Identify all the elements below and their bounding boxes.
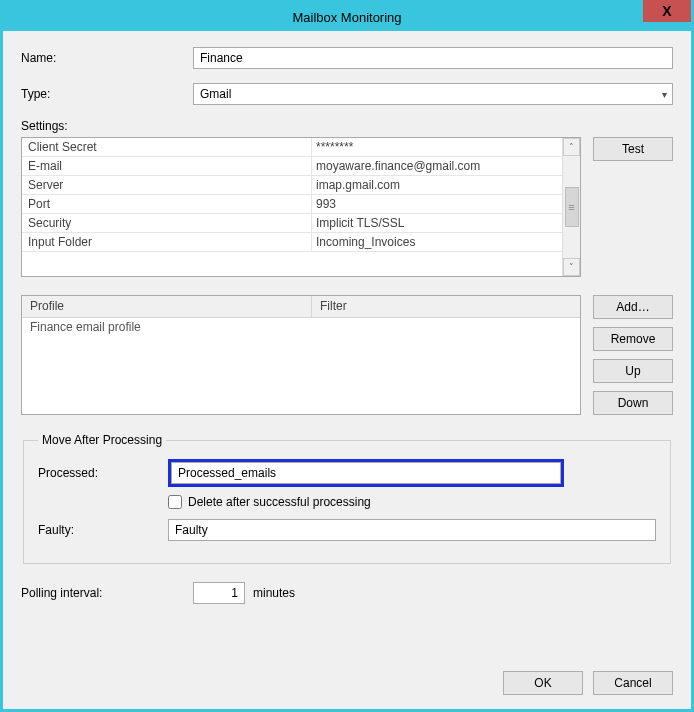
type-label: Type: bbox=[21, 87, 193, 101]
type-row: Type: Gmail ▾ bbox=[21, 83, 673, 105]
scroll-thumb[interactable]: ≡ bbox=[565, 187, 579, 227]
dialog-window: Mailbox Monitoring X Name: Type: Gmail ▾… bbox=[0, 0, 694, 712]
settings-key: Input Folder bbox=[22, 233, 312, 251]
delete-checkbox[interactable] bbox=[168, 495, 182, 509]
processed-row: Processed: bbox=[38, 459, 656, 487]
down-button[interactable]: Down bbox=[593, 391, 673, 415]
settings-key: Server bbox=[22, 176, 312, 194]
window-title: Mailbox Monitoring bbox=[292, 10, 401, 25]
settings-key: Port bbox=[22, 195, 312, 213]
cancel-button[interactable]: Cancel bbox=[593, 671, 673, 695]
delete-row: Delete after successful processing bbox=[168, 495, 656, 509]
profiles-grid[interactable]: Profile Filter Finance email profile bbox=[21, 295, 581, 415]
faulty-row: Faulty: bbox=[38, 519, 656, 541]
table-row[interactable]: Finance email profile bbox=[22, 318, 580, 338]
settings-key: Security bbox=[22, 214, 312, 232]
close-button[interactable]: X bbox=[643, 0, 691, 22]
move-after-group: Move After Processing Processed: Delete … bbox=[23, 433, 671, 564]
settings-container: Client Secret ******** E-mail moyaware.f… bbox=[21, 137, 673, 277]
settings-row[interactable]: Input Folder Incoming_Invoices bbox=[22, 233, 562, 252]
settings-grid[interactable]: Client Secret ******** E-mail moyaware.f… bbox=[21, 137, 581, 277]
chevron-up-icon: ˄ bbox=[569, 142, 574, 152]
chevron-down-icon: ˅ bbox=[569, 262, 574, 272]
test-button[interactable]: Test bbox=[593, 137, 673, 161]
settings-value: Incoming_Invoices bbox=[312, 233, 562, 251]
ok-button[interactable]: OK bbox=[503, 671, 583, 695]
faulty-input[interactable] bbox=[168, 519, 656, 541]
settings-row[interactable]: Security Implicit TLS/SSL bbox=[22, 214, 562, 233]
move-after-legend: Move After Processing bbox=[38, 433, 166, 447]
profile-cell: Finance email profile bbox=[22, 318, 312, 338]
settings-row[interactable]: E-mail moyaware.finance@gmail.com bbox=[22, 157, 562, 176]
up-button[interactable]: Up bbox=[593, 359, 673, 383]
profiles-header: Profile Filter bbox=[22, 296, 580, 318]
settings-value: 993 bbox=[312, 195, 562, 213]
polling-label: Polling interval: bbox=[21, 586, 193, 600]
dialog-body: Name: Type: Gmail ▾ Settings: Client Sec… bbox=[3, 31, 691, 709]
name-label: Name: bbox=[21, 51, 193, 65]
filter-cell bbox=[312, 318, 580, 338]
settings-value: moyaware.finance@gmail.com bbox=[312, 157, 562, 175]
settings-scrollbar[interactable]: ˄ ≡ ˅ bbox=[562, 138, 580, 276]
grip-icon: ≡ bbox=[568, 201, 574, 213]
processed-label: Processed: bbox=[38, 466, 168, 480]
name-row: Name: bbox=[21, 47, 673, 69]
name-input[interactable] bbox=[193, 47, 673, 69]
processed-highlight bbox=[168, 459, 564, 487]
profile-buttons: Add… Remove Up Down bbox=[593, 295, 673, 415]
settings-key: Client Secret bbox=[22, 138, 312, 156]
settings-row[interactable]: Server imap.gmail.com bbox=[22, 176, 562, 195]
scroll-up-button[interactable]: ˄ bbox=[563, 138, 580, 156]
settings-key: E-mail bbox=[22, 157, 312, 175]
settings-row[interactable]: Port 993 bbox=[22, 195, 562, 214]
settings-label: Settings: bbox=[21, 119, 673, 133]
remove-button[interactable]: Remove bbox=[593, 327, 673, 351]
settings-row[interactable]: Client Secret ******** bbox=[22, 138, 562, 157]
dialog-buttons: OK Cancel bbox=[503, 671, 673, 695]
polling-row: Polling interval: minutes bbox=[21, 582, 673, 604]
profiles-container: Profile Filter Finance email profile Add… bbox=[21, 295, 673, 415]
settings-value: imap.gmail.com bbox=[312, 176, 562, 194]
faulty-label: Faulty: bbox=[38, 523, 168, 537]
profiles-header-filter[interactable]: Filter bbox=[312, 296, 580, 317]
type-select-value: Gmail bbox=[193, 83, 673, 105]
settings-value: Implicit TLS/SSL bbox=[312, 214, 562, 232]
add-button[interactable]: Add… bbox=[593, 295, 673, 319]
scroll-down-button[interactable]: ˅ bbox=[563, 258, 580, 276]
processed-input[interactable] bbox=[171, 462, 561, 484]
type-select[interactable]: Gmail ▾ bbox=[193, 83, 673, 105]
profiles-header-profile[interactable]: Profile bbox=[22, 296, 312, 317]
settings-grid-body: Client Secret ******** E-mail moyaware.f… bbox=[22, 138, 562, 276]
polling-input[interactable] bbox=[193, 582, 245, 604]
polling-unit: minutes bbox=[253, 586, 295, 600]
settings-value: ******** bbox=[312, 138, 562, 156]
delete-label: Delete after successful processing bbox=[188, 495, 371, 509]
close-icon: X bbox=[662, 3, 671, 19]
titlebar: Mailbox Monitoring X bbox=[3, 3, 691, 31]
